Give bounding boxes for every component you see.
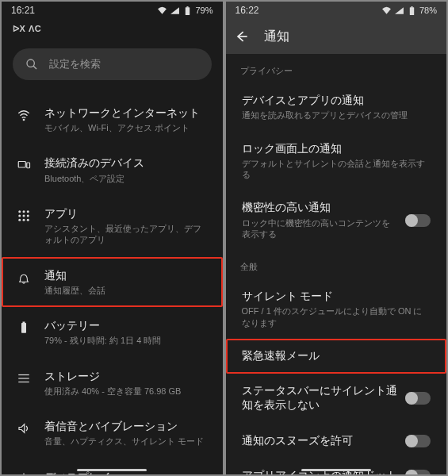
status-icons: 79%	[157, 6, 213, 16]
notif-item-lock-screen[interactable]: ロック画面上の通知デフォルトとサイレントの会話と通知を表示する	[226, 132, 447, 191]
back-icon[interactable]	[234, 29, 250, 44]
toggle-status-silent[interactable]	[405, 392, 431, 405]
notif-item-silent-mode[interactable]: サイレント モードOFF / 1 件のスケジュールにより自動で ON になります	[226, 279, 447, 339]
wifi-icon	[17, 108, 31, 122]
svg-point-2	[27, 60, 34, 67]
settings-list: ネットワークとインターネットモバイル、Wi-Fi、アクセス ポイント 接続済みの…	[2, 94, 223, 474]
toggle-icon-badges[interactable]	[405, 470, 431, 474]
titlebar: 通知	[226, 19, 447, 54]
page-title: 通知	[264, 29, 289, 45]
status-time: 16:22	[235, 5, 259, 16]
battery-icon	[17, 321, 31, 335]
settings-item-apps[interactable]: アプリアシスタント、最近使ったアプリ、デフォルトのアプリ	[2, 195, 223, 257]
svg-rect-1	[187, 6, 189, 8]
toggle-sensitive[interactable]	[405, 214, 431, 227]
status-time: 16:21	[11, 5, 35, 16]
storage-icon	[17, 371, 31, 386]
apps-icon	[17, 209, 31, 223]
svg-point-10	[18, 214, 21, 217]
settings-item-sound[interactable]: 着信音とバイブレーション音量、ハプティクス、サイレント モード	[2, 408, 223, 458]
settings-item-battery[interactable]: バッテリー79% - 残り時間: 約 1日 4 時間	[2, 307, 223, 357]
svg-point-12	[27, 214, 29, 217]
settings-item-storage[interactable]: ストレージ使用済み 40% - 空き容量 76.98 GB	[2, 358, 223, 408]
settings-item-network[interactable]: ネットワークとインターネットモバイル、Wi-Fi、アクセス ポイント	[2, 94, 223, 144]
svg-point-13	[18, 219, 21, 221]
svg-line-3	[33, 66, 36, 69]
notif-item-snooze[interactable]: 通知のスヌーズを許可	[226, 424, 447, 459]
svg-point-9	[27, 210, 29, 213]
svg-point-14	[23, 219, 25, 221]
svg-point-4	[23, 119, 25, 121]
nav-handle[interactable]	[301, 469, 371, 471]
battery-percent: 78%	[419, 6, 437, 15]
signal-icon	[170, 6, 180, 16]
devices-icon	[17, 158, 31, 172]
signal-icon	[394, 6, 404, 16]
svg-point-11	[23, 214, 25, 217]
settings-root-screen: 16:21 79% ᐅX ΛC 設定を検索 ネットワークとインターネットモバイル…	[2, 2, 223, 474]
settings-item-display[interactable]: ディスプレイダークモード、フォントサイズ、明るさ	[2, 459, 223, 474]
status-bar: 16:22 78%	[226, 2, 447, 19]
svg-point-8	[23, 210, 25, 213]
svg-rect-16	[21, 323, 26, 333]
battery-percent: 79%	[195, 6, 213, 15]
battery-icon	[407, 6, 417, 16]
settings-item-notifications[interactable]: 通知通知履歴、会話	[2, 257, 223, 307]
wifi-icon	[381, 6, 392, 16]
bell-icon	[17, 271, 31, 285]
section-privacy: プライバシー	[226, 54, 447, 83]
brand-logo: ᐅX ΛC	[2, 19, 223, 40]
toggle-snooze[interactable]	[405, 435, 431, 447]
svg-rect-5	[18, 162, 25, 168]
settings-item-devices[interactable]: 接続済みのデバイスBluetooth、ペア設定	[2, 144, 223, 194]
search-input[interactable]: 設定を検索	[13, 48, 212, 80]
svg-rect-31	[411, 6, 412, 8]
status-icons: 78%	[381, 6, 437, 16]
wifi-icon	[157, 6, 167, 16]
notif-item-sensitive[interactable]: 機密性の高い通知ロック中に機密性の高いコンテンツを表示する	[226, 190, 447, 250]
svg-point-15	[27, 219, 29, 221]
notifications-settings-screen: 16:22 78% 通知 プライバシー デバイスとアプリの通知通知を読み取れるア…	[226, 2, 447, 474]
notif-item-status-silent[interactable]: ステータスバーにサイレント通知を表示しない	[226, 374, 447, 423]
svg-rect-6	[27, 163, 30, 168]
section-general: 全般	[226, 250, 447, 279]
brightness-icon	[17, 472, 31, 474]
search-placeholder: 設定を検索	[49, 57, 101, 71]
svg-point-7	[18, 210, 21, 213]
status-bar: 16:21 79%	[2, 2, 223, 19]
battery-icon	[182, 6, 193, 16]
svg-rect-0	[186, 7, 190, 15]
svg-rect-17	[23, 322, 25, 324]
volume-icon	[17, 421, 31, 436]
notif-item-icon-badges[interactable]: アプリアイコン上の通知ドット	[226, 459, 447, 474]
search-icon	[25, 58, 38, 71]
svg-rect-30	[410, 7, 414, 15]
nav-handle[interactable]	[77, 469, 147, 471]
notif-item-device-apps[interactable]: デバイスとアプリの通知通知を読み取れるアプリとデバイスの管理	[226, 83, 447, 132]
notif-item-emergency[interactable]: 緊急速報メール	[226, 339, 447, 374]
